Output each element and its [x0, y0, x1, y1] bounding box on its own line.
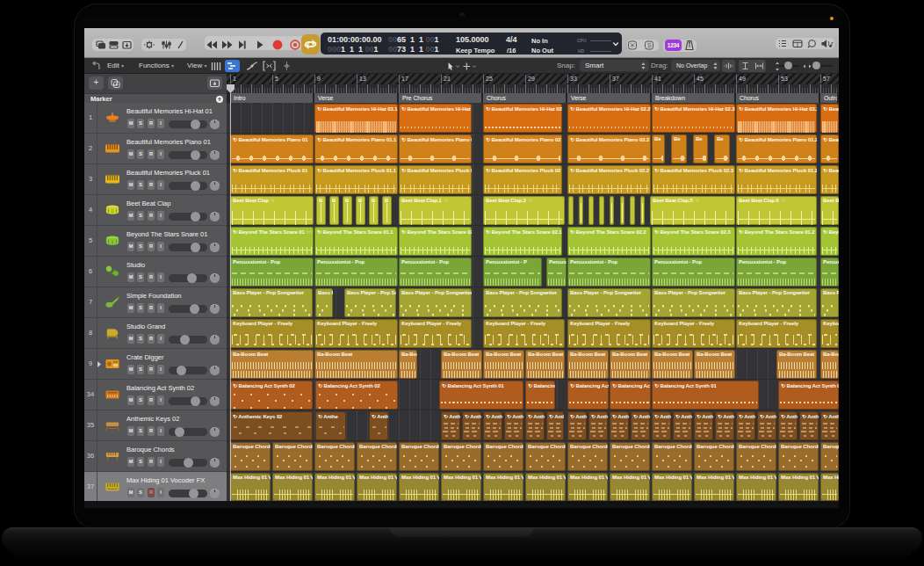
svg-text:S: S: [647, 42, 652, 48]
